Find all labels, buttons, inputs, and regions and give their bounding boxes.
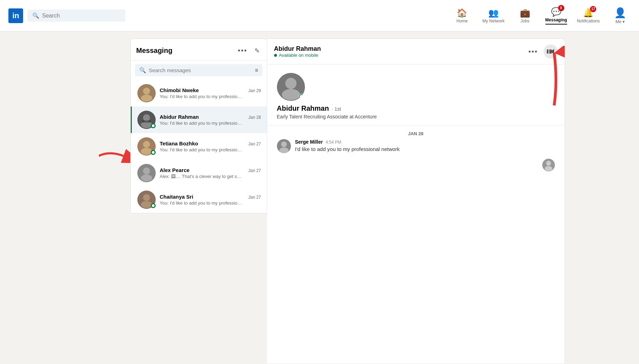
conv-top-abidur: Abidur Rahman Jan 28 [160, 114, 261, 120]
svg-point-21 [282, 89, 300, 100]
conv-preview-alex: Alex: 🖼.... That's a clever way to get s… [160, 174, 244, 179]
conversation-item-abidur[interactable]: Abidur Rahman Jan 28 You: I'd like to ad… [131, 107, 267, 133]
sidebar-title: Messaging [136, 47, 172, 55]
home-icon: 🏠 [457, 8, 467, 18]
search-input[interactable] [42, 13, 121, 19]
messaging-badge: 0 [558, 5, 564, 11]
msg-content-serge: Serge Miller 4:54 PM I'd like to add you… [295, 139, 400, 152]
conv-name-alex: Alex Pearce [160, 167, 190, 173]
conv-top-alex: Alex Pearce Jan 27 [160, 167, 261, 173]
conversation-item-tetiana[interactable]: Tetiana Bozhko Jan 27 You: I'd like to a… [131, 133, 267, 160]
jobs-icon: 💼 [520, 8, 530, 18]
conv-content-chaitanya: Chaitanya Sri Jan 27 You: I'd like to ad… [160, 194, 261, 206]
svg-point-26 [546, 161, 551, 166]
svg-point-10 [141, 148, 152, 155]
chat-header-actions: ••• [527, 44, 557, 59]
chat-more-button[interactable]: ••• [527, 46, 539, 57]
linkedin-logo[interactable]: in [8, 8, 23, 23]
message-item-serge: Serge Miller 4:54 PM I'd like to add you… [277, 139, 555, 153]
chat-header-info: Abidur Rahman Available on mobile [274, 45, 321, 58]
nav-item-messaging[interactable]: 💬 0 Messaging [545, 7, 567, 25]
msg-time-serge: 4:54 PM [326, 140, 341, 145]
compose-button[interactable]: ✎ [253, 46, 261, 56]
topnav-right: 🏠 Home 👥 My Network 💼 Jobs 💬 0 Messaging… [451, 7, 631, 25]
sent-avatar-indicator [542, 159, 555, 171]
avatar-wrap-chaitanya [137, 191, 156, 209]
msg-sender-info-serge: Serge Miller 4:54 PM [295, 139, 400, 145]
search-messages-input[interactable] [149, 67, 252, 73]
conversation-item-chaitanya[interactable]: Chaitanya Sri Jan 27 You: I'd like to ad… [131, 186, 267, 213]
search-messages-bar: 🔍 ≡ [135, 64, 263, 76]
svg-rect-7 [142, 121, 151, 123]
svg-point-3 [141, 95, 152, 102]
chat-header-name: Abidur Rahman [274, 45, 321, 53]
chat-profile-name: Abidur Rahman [277, 104, 329, 112]
msg-text-serge: I'd like to add you to my professional n… [295, 146, 400, 152]
conv-content-alex: Alex Pearce Jan 27 Alex: 🖼.... That's a … [160, 167, 261, 179]
nav-label-notifications: Notifications [577, 19, 600, 23]
conv-name-abidur: Abidur Rahman [160, 114, 199, 120]
avatar-chimobi [137, 84, 156, 102]
messages-area: JAN 28 Serge Miller 4:54 PM I'd like to … [267, 125, 565, 364]
conversation-item-alex[interactable]: Alex Pearce Jan 27 Alex: 🖼.... That's a … [131, 160, 267, 186]
avatar-wrap-chimobi [137, 84, 156, 102]
svg-point-9 [143, 141, 150, 148]
avatar-wrap-tetiana [137, 137, 156, 156]
nav-item-my-network[interactable]: 👥 My Network [482, 8, 504, 23]
chat-profile-title: Early Talent Recruiting Associate at Acc… [277, 114, 377, 119]
avatar-wrap-alex [137, 164, 156, 182]
conversations-list: Chimobi Nweke Jan 29 You: I'd like to ad… [131, 80, 267, 213]
msg-sender-name-serge: Serge Miller [295, 139, 323, 145]
main-content: Messaging ••• ✎ 🔍 ≡ [74, 32, 565, 364]
me-icon: 👤 [614, 7, 626, 19]
nav-item-notifications[interactable]: 🔔 17 Notifications [577, 8, 600, 23]
svg-point-2 [143, 88, 150, 95]
chat-profile-section: Abidur Rahman · 1st Early Talent Recruit… [267, 64, 565, 125]
conv-top-tetiana: Tetiana Bozhko Jan 27 [160, 140, 261, 146]
video-call-button[interactable] [544, 44, 558, 59]
messaging-sidebar: Messaging ••• ✎ 🔍 ≡ [130, 39, 267, 213]
svg-point-13 [141, 174, 152, 181]
conv-preview-abidur: You: I'd like to add you to my professio… [160, 121, 244, 126]
conv-date-abidur: Jan 28 [248, 115, 261, 120]
filter-icon[interactable]: ≡ [255, 67, 258, 74]
top-navigation: in 🔍 🏠 Home 👥 My Network 💼 Jobs 💬 0 Mess… [0, 0, 639, 32]
avatar-alex [137, 164, 156, 182]
chat-header-status: Available on mobile [274, 53, 321, 58]
conv-content-abidur: Abidur Rahman Jan 28 You: I'd like to ad… [160, 114, 261, 126]
my-network-icon: 👥 [488, 8, 499, 18]
chat-header: Abidur Rahman Available on mobile ••• [267, 39, 565, 64]
svg-point-16 [141, 201, 152, 208]
conv-name-chimobi: Chimobi Nweke [160, 87, 199, 93]
notifications-icon: 🔔 17 [583, 8, 593, 18]
online-dot-tetiana [151, 150, 156, 155]
nav-item-jobs[interactable]: 💼 Jobs [515, 8, 536, 23]
conv-date-chimobi: Jan 29 [248, 88, 261, 93]
avatar-wrap-abidur [137, 111, 156, 129]
conv-top-chaitanya: Chaitanya Sri Jan 27 [160, 194, 261, 200]
notifications-badge: 17 [590, 6, 596, 12]
search-icon: 🔍 [32, 12, 39, 19]
conv-preview-tetiana: You: I'd like to add you to my professio… [160, 147, 244, 152]
conv-preview-chimobi: You: I'd like to add you to my professio… [160, 94, 244, 99]
nav-item-home[interactable]: 🏠 Home [451, 8, 473, 23]
sidebar-more-button[interactable]: ••• [236, 45, 249, 56]
sidebar-actions: ••• ✎ [236, 45, 261, 56]
svg-point-23 [281, 142, 287, 147]
search-messages-icon: 🔍 [139, 67, 146, 74]
chat-status-text: Available on mobile [279, 53, 319, 58]
msg-avatar-serge [277, 139, 291, 153]
nav-label-home: Home [456, 19, 468, 23]
svg-point-24 [279, 147, 288, 153]
conv-content-chimobi: Chimobi Nweke Jan 29 You: I'd like to ad… [160, 87, 261, 99]
conv-name-chaitanya: Chaitanya Sri [160, 194, 193, 200]
chat-connection-badge: · 1st [332, 106, 341, 112]
nav-label-me: Me ▾ [616, 19, 625, 24]
conv-date-alex: Jan 27 [248, 168, 261, 173]
conv-content-tetiana: Tetiana Bozhko Jan 27 You: I'd like to a… [160, 140, 261, 152]
conv-date-tetiana: Jan 27 [248, 142, 261, 146]
nav-item-me[interactable]: 👤 Me ▾ [610, 7, 631, 24]
conversation-item-chimobi[interactable]: Chimobi Nweke Jan 29 You: I'd like to ad… [131, 80, 267, 107]
sidebar-header: Messaging ••• ✎ [131, 39, 267, 61]
online-dot-abidur [151, 123, 156, 128]
